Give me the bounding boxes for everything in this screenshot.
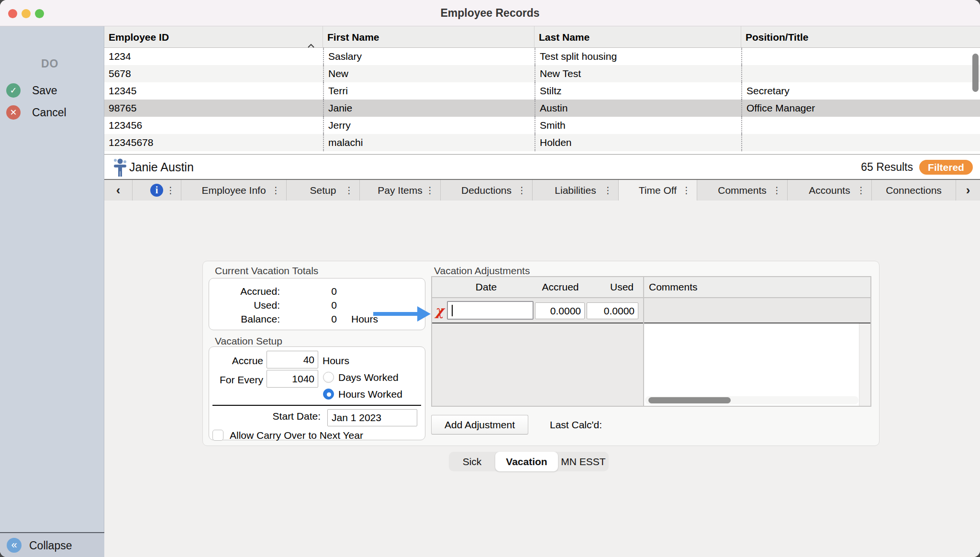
adjustments-section-label: Vacation Adjustments bbox=[434, 265, 530, 277]
tab-menu-dots-icon[interactable]: ⋮ bbox=[603, 180, 612, 201]
tab-menu-dots-icon[interactable]: ⋮ bbox=[166, 180, 175, 201]
text-cursor bbox=[452, 305, 453, 316]
title-bar: Employee Records bbox=[0, 0, 980, 26]
tab-menu-dots-icon[interactable]: ⋮ bbox=[517, 180, 526, 201]
save-button-label: Save bbox=[32, 82, 57, 99]
column-header-label: First Name bbox=[327, 32, 379, 43]
carry-over-checkbox[interactable] bbox=[212, 430, 223, 441]
table-row[interactable]: 12345TerriStiltzSecretary bbox=[104, 82, 980, 100]
tab-label: Deductions bbox=[461, 185, 512, 196]
hours-worked-radio[interactable] bbox=[323, 389, 334, 400]
comments-scroll-thumb[interactable] bbox=[648, 397, 731, 403]
column-header-position-title[interactable]: Position/Title bbox=[741, 26, 980, 48]
tab-comments[interactable]: Comments⋮ bbox=[697, 180, 788, 201]
setup-divider bbox=[212, 405, 421, 406]
filtered-badge[interactable]: Filtered bbox=[919, 160, 973, 175]
table-cell: Stiltz bbox=[535, 82, 741, 100]
table-cell: 98765 bbox=[104, 100, 323, 117]
hours-worked-label: Hours Worked bbox=[338, 389, 402, 400]
employee-table-body: 1234SaslaryTest split housing5678NewNew … bbox=[104, 48, 980, 151]
totals-row-value: 0 bbox=[280, 312, 337, 326]
tab-menu-dots-icon[interactable]: ⋮ bbox=[425, 180, 434, 201]
for-every-input[interactable] bbox=[267, 370, 318, 388]
results-count: 65 Results bbox=[861, 155, 913, 179]
totals-row-value: 0 bbox=[280, 284, 337, 299]
carry-over-label: Allow Carry Over to Next Year bbox=[230, 430, 363, 441]
table-cell: Austin bbox=[535, 100, 741, 117]
tab-menu-dots-icon[interactable]: ⋮ bbox=[271, 180, 280, 201]
cancel-cross-icon: ✕ bbox=[6, 105, 21, 120]
adj-col-accrued: Accrued bbox=[534, 277, 587, 297]
collapse-chevrons-icon: « bbox=[7, 538, 22, 553]
tab-setup[interactable]: Setup⋮ bbox=[287, 180, 360, 201]
adj-col-comments: Comments bbox=[649, 277, 698, 297]
accrue-label: Accrue bbox=[209, 352, 263, 369]
window-title: Employee Records bbox=[0, 0, 980, 26]
tab-label: Employee Info bbox=[201, 185, 266, 196]
tab-menu-dots-icon[interactable]: ⋮ bbox=[772, 180, 781, 201]
tab-label: Setup bbox=[310, 185, 336, 196]
accrue-input[interactable] bbox=[267, 351, 318, 368]
tab-menu-dots-icon[interactable]: ⋮ bbox=[682, 180, 691, 201]
tabs-scroll-forward-button[interactable]: › bbox=[956, 180, 980, 201]
adjustment-accrued-input[interactable] bbox=[535, 302, 585, 319]
table-cell: Janie bbox=[323, 100, 535, 117]
leave-tab-mn-esst[interactable]: MN ESST bbox=[558, 452, 609, 471]
table-cell: 12345 bbox=[104, 82, 323, 100]
tab-label: Liabilities bbox=[555, 185, 596, 196]
sidebar: DO ✓ Save ✕ Cancel « Collapse bbox=[0, 26, 104, 557]
column-header-last-name[interactable]: Last Name bbox=[535, 26, 741, 48]
tab-deductions[interactable]: Deductions⋮ bbox=[441, 180, 533, 201]
totals-section-label: Current Vacation Totals bbox=[215, 265, 318, 277]
cancel-button[interactable]: ✕ Cancel bbox=[0, 104, 104, 121]
table-cell: Terri bbox=[323, 82, 535, 100]
save-check-icon: ✓ bbox=[6, 83, 21, 98]
save-button[interactable]: ✓ Save bbox=[0, 82, 104, 99]
tab-pay-items[interactable]: Pay Items⋮ bbox=[360, 180, 441, 201]
table-row[interactable]: 12345678malachiHolden bbox=[104, 134, 980, 151]
add-adjustment-button[interactable]: Add Adjustment bbox=[431, 415, 528, 434]
tab-menu-dots-icon[interactable]: ⋮ bbox=[345, 180, 354, 201]
table-cell: 123456 bbox=[104, 117, 323, 134]
tab-accounts[interactable]: Accounts⋮ bbox=[788, 180, 872, 201]
delete-row-icon[interactable]: χ bbox=[435, 303, 444, 319]
leave-tab-vacation[interactable]: Vacation bbox=[495, 452, 558, 471]
table-vertical-scrollbar[interactable] bbox=[972, 54, 979, 92]
table-cell: Holden bbox=[535, 134, 741, 151]
days-worked-radio[interactable] bbox=[323, 372, 334, 383]
totals-row: Accrued:0 bbox=[209, 284, 425, 299]
column-header-employee-id[interactable]: Employee ID bbox=[104, 26, 323, 48]
time-off-panel: Current Vacation Totals Accrued:0Used:0B… bbox=[202, 261, 880, 446]
app-window: Employee Records DO ✓ Save ✕ Cancel « Co… bbox=[0, 0, 980, 557]
tab-info[interactable]: i⋮ bbox=[133, 180, 181, 201]
employee-table: Employee IDFirst NameLast NamePosition/T… bbox=[104, 26, 980, 154]
totals-row-value: 0 bbox=[280, 298, 337, 312]
start-date-label: Start Date: bbox=[209, 408, 321, 425]
adjustment-date-input[interactable] bbox=[447, 301, 534, 320]
tab-employee-info[interactable]: Employee Info⋮ bbox=[181, 180, 287, 201]
tab-label: Comments bbox=[718, 185, 767, 196]
leave-tab-sick[interactable]: Sick bbox=[449, 452, 495, 471]
table-row[interactable]: 5678NewNew Test bbox=[104, 65, 980, 82]
tabs-scroll-back-button[interactable]: ‹ bbox=[104, 180, 133, 201]
comments-horizontal-scrollbar[interactable] bbox=[645, 396, 858, 404]
tab-connections[interactable]: Connections bbox=[872, 180, 956, 201]
table-row[interactable]: 123456JerrySmith bbox=[104, 117, 980, 134]
tab-liabilities[interactable]: Liabilities⋮ bbox=[533, 180, 619, 201]
adjustment-used-input[interactable] bbox=[587, 302, 638, 319]
table-row[interactable]: 98765JanieAustinOffice Manager bbox=[104, 100, 980, 117]
leave-category-tabs: SickVacationMN ESST bbox=[449, 452, 609, 471]
start-date-input[interactable] bbox=[327, 409, 417, 426]
table-cell bbox=[741, 117, 980, 134]
table-cell: 5678 bbox=[104, 65, 323, 82]
column-header-first-name[interactable]: First Name bbox=[323, 26, 535, 48]
selected-employee-name: Janie Austin bbox=[129, 155, 194, 179]
collapse-label: Collapse bbox=[29, 533, 72, 557]
table-cell bbox=[741, 48, 980, 65]
collapse-sidebar-button[interactable]: « Collapse bbox=[0, 532, 104, 557]
tab-time-off[interactable]: Time Off⋮ bbox=[619, 180, 697, 201]
table-cell: Test split housing bbox=[535, 48, 741, 65]
tab-label: Accounts bbox=[809, 185, 850, 196]
tab-menu-dots-icon[interactable]: ⋮ bbox=[857, 180, 866, 201]
table-row[interactable]: 1234SaslaryTest split housing bbox=[104, 48, 980, 65]
